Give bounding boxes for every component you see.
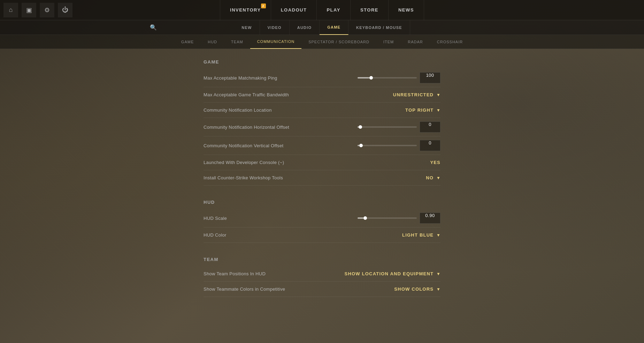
setting-notification-h-offset: Community Notification Horizontal Offset… xyxy=(204,118,440,136)
bandwidth-dropdown[interactable]: UNRESTRICTED ▼ xyxy=(393,92,440,97)
notification-location-label: Community Notification Location xyxy=(204,107,405,113)
team-positions-dropdown[interactable]: SHOW LOCATION AND EQUIPMENT ▼ xyxy=(345,271,440,276)
team-positions-label: Show Team Positions In HUD xyxy=(204,271,345,276)
notification-v-slider-thumb xyxy=(359,144,363,147)
hud-color-value: LIGHT BLUE xyxy=(402,232,434,238)
main-content: Game Max Acceptable Matchmaking Ping 100… xyxy=(0,49,644,343)
notification-h-offset-label: Community Notification Horizontal Offset xyxy=(204,125,358,130)
team-positions-value: SHOW LOCATION AND EQUIPMENT xyxy=(345,271,434,276)
max-ping-slider-thumb xyxy=(369,76,373,80)
bandwidth-dropdown-arrow: ▼ xyxy=(436,92,440,97)
inventory-badge: 2 xyxy=(261,3,266,8)
nav-inventory[interactable]: INVENTORY 2 xyxy=(220,0,271,20)
workshop-tools-dropdown[interactable]: NO ▼ xyxy=(426,175,440,180)
dev-console-label: Launched With Developer Console (~) xyxy=(204,160,430,165)
setting-notification-location: Community Notification Location TOP RIGH… xyxy=(204,103,440,118)
workshop-tools-value: NO xyxy=(426,175,434,180)
notification-v-slider-track[interactable] xyxy=(358,145,417,146)
setting-bandwidth: Max Acceptable Game Traffic Bandwidth UN… xyxy=(204,87,440,103)
notification-v-offset-label: Community Notification Vertical Offset xyxy=(204,143,358,148)
setting-workshop-tools: Install Counter-Strike Workshop Tools NO… xyxy=(204,170,440,186)
max-ping-label: Max Acceptable Matchmaking Ping xyxy=(204,75,358,81)
dev-console-value: YES xyxy=(430,160,440,165)
notification-h-slider-thumb xyxy=(359,125,362,129)
workshop-tools-label: Install Counter-Strike Workshop Tools xyxy=(204,175,426,180)
notification-location-arrow: ▼ xyxy=(436,108,440,113)
nav-store[interactable]: STORE xyxy=(351,0,389,20)
category-game[interactable]: GAME xyxy=(174,35,201,49)
nav-play[interactable]: PLAY xyxy=(317,0,350,20)
game-section-header: Game xyxy=(204,56,440,67)
teammate-colors-arrow: ▼ xyxy=(436,287,440,292)
search-icon[interactable]: 🔍 xyxy=(150,24,157,31)
hud-scale-slider-fill xyxy=(358,217,363,219)
max-ping-slider-fill xyxy=(358,77,369,79)
setting-dev-console: Launched With Developer Console (~) YES xyxy=(204,155,440,170)
settings-navigation: 🔍 NEW VIDEO AUDIO GAME KEYBOARD / MOUSE xyxy=(0,20,644,35)
hud-color-arrow: ▼ xyxy=(436,233,440,238)
settings-panel: Game Max Acceptable Matchmaking Ping 100… xyxy=(204,56,440,336)
setting-teammate-colors: Show Teammate Colors in Competitive SHOW… xyxy=(204,282,440,297)
settings-tab-audio[interactable]: AUDIO xyxy=(290,20,320,35)
category-radar[interactable]: RADAR xyxy=(401,35,430,49)
category-communication[interactable]: COMMUNICATION xyxy=(250,35,302,49)
hud-color-dropdown[interactable]: LIGHT BLUE ▼ xyxy=(402,232,440,238)
setting-hud-scale: HUD Scale 0.90 xyxy=(204,209,440,228)
setting-notification-v-offset: Community Notification Vertical Offset 0 xyxy=(204,136,440,155)
nav-loadout[interactable]: LOADOUT xyxy=(271,0,317,20)
bandwidth-label: Max Acceptable Game Traffic Bandwidth xyxy=(204,92,393,97)
tv-button[interactable]: ▣ xyxy=(22,3,36,17)
settings-tab-game[interactable]: GAME xyxy=(320,20,348,35)
home-button[interactable]: ⌂ xyxy=(3,3,18,17)
settings-tab-new[interactable]: NEW xyxy=(234,20,260,35)
notification-h-input[interactable]: 0 xyxy=(420,121,440,133)
category-navigation: GAME HUD TEAM COMMUNICATION SPECTATOR / … xyxy=(0,35,644,49)
setting-max-ping: Max Acceptable Matchmaking Ping 100 xyxy=(204,69,440,87)
notification-v-offset-control: 0 xyxy=(358,140,440,151)
bandwidth-value: UNRESTRICTED xyxy=(393,92,434,97)
settings-tab-video[interactable]: VIDEO xyxy=(260,20,290,35)
category-spectator[interactable]: SPECTATOR / SCOREBOARD xyxy=(301,35,376,49)
nav-news[interactable]: NEWS xyxy=(389,0,424,20)
top-navigation: ⌂ ▣ ⚙ ⏻ INVENTORY 2 LOADOUT PLAY STORE N… xyxy=(0,0,644,20)
category-item[interactable]: ITEM xyxy=(376,35,401,49)
notification-h-slider-track[interactable] xyxy=(358,126,417,128)
settings-tab-keyboard[interactable]: KEYBOARD / MOUSE xyxy=(348,20,410,35)
hud-section-header: Hud xyxy=(204,196,440,208)
setting-team-positions: Show Team Positions In HUD SHOW LOCATION… xyxy=(204,266,440,282)
dev-console-control: YES xyxy=(430,160,440,165)
setting-hud-color: HUD Color LIGHT BLUE ▼ xyxy=(204,228,440,243)
power-button[interactable]: ⏻ xyxy=(58,3,72,17)
hud-scale-input[interactable]: 0.90 xyxy=(420,212,440,224)
max-ping-control: 100 xyxy=(358,72,440,83)
max-ping-slider-track[interactable] xyxy=(358,77,417,79)
max-ping-input[interactable]: 100 xyxy=(420,72,440,83)
workshop-tools-arrow: ▼ xyxy=(436,176,440,180)
hud-color-label: HUD Color xyxy=(204,232,402,238)
top-nav-icons: ⌂ ▣ ⚙ ⏻ xyxy=(0,3,72,17)
hud-scale-slider-track[interactable] xyxy=(358,217,417,219)
main-nav: INVENTORY 2 LOADOUT PLAY STORE NEWS xyxy=(220,0,424,20)
category-crosshair[interactable]: CROSSHAIR xyxy=(430,35,470,49)
teammate-colors-value: SHOW COLORS xyxy=(394,286,434,292)
hud-scale-label: HUD Scale xyxy=(204,216,358,221)
notification-location-value: TOP RIGHT xyxy=(405,107,434,113)
team-positions-arrow: ▼ xyxy=(436,271,440,276)
category-hud[interactable]: HUD xyxy=(201,35,224,49)
teammate-colors-label: Show Teammate Colors in Competitive xyxy=(204,286,394,292)
hud-scale-control: 0.90 xyxy=(358,212,440,224)
hud-scale-slider-thumb xyxy=(363,216,367,220)
settings-button[interactable]: ⚙ xyxy=(40,3,54,17)
teammate-colors-dropdown[interactable]: SHOW COLORS ▼ xyxy=(394,286,440,292)
notification-v-input[interactable]: 0 xyxy=(420,140,440,151)
notification-location-dropdown[interactable]: TOP RIGHT ▼ xyxy=(405,107,440,113)
category-team[interactable]: TEAM xyxy=(224,35,250,49)
team-section-header: Team xyxy=(204,253,440,265)
notification-h-offset-control: 0 xyxy=(358,121,440,133)
